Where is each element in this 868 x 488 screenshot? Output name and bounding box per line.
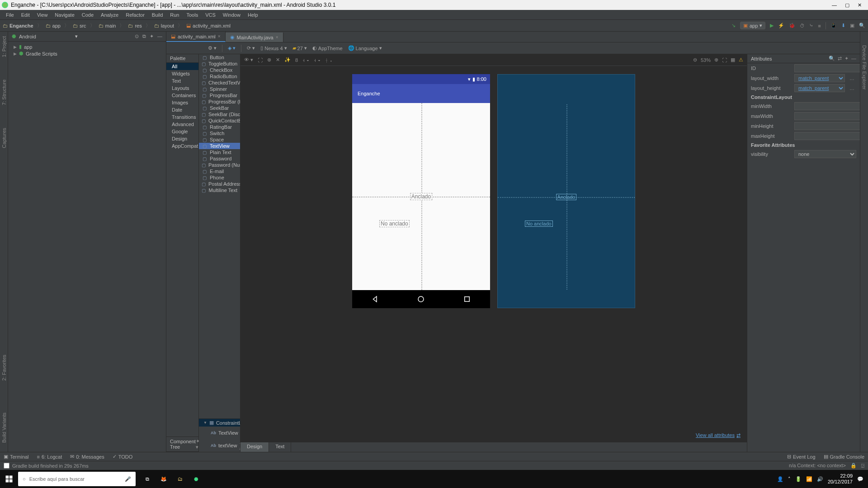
collapse-all-icon[interactable]: ⧉ [142,33,146,39]
design-surface[interactable]: ▾ ▮ 8:00 Enganche Anclado No anclado [241,66,747,442]
palette-category-all[interactable]: All [166,63,198,70]
profile-button[interactable]: ⏱ [800,23,805,28]
device-selector[interactable]: ▯ Nexus 4 ▾ [260,45,287,51]
more-icon[interactable]: … [848,75,856,81]
palette-widget[interactable]: ▢Space [199,136,240,143]
palette-widget[interactable]: ▢RatingBar [199,124,240,130]
menu-view[interactable]: View [34,11,51,19]
attr-width-select[interactable]: match_parent [794,74,845,82]
palette-widget[interactable]: ▢Multiline Text [199,187,240,193]
tool-logcat[interactable]: ≡6: Logcat [37,454,62,460]
palette-category-containers[interactable]: Containers [166,92,198,99]
menu-vcs[interactable]: VCS [202,11,219,19]
project-tree[interactable]: ▶ ▮ app ▶ ⬢ Gradle Scripts [8,42,166,59]
search-everywhere-icon[interactable]: 🔍 [859,23,865,28]
tool-device-explorer[interactable]: Device File Explorer [862,45,867,89]
preview-textview-anclado[interactable]: Anclado [410,193,432,200]
close-window-button[interactable]: ✕ [858,2,862,8]
attr-maxw-input[interactable] [794,112,861,120]
component-tree[interactable]: ▼ ▦ ConstraintLayout Ab TextView - "Ancl… [199,418,240,452]
blueprint-preview[interactable]: Anclado No anclado [497,74,635,308]
palette-widget[interactable]: ▢QuickContactBadge [199,117,240,124]
palette-widget[interactable]: ▢TextView [199,143,240,149]
zoom-out-button[interactable]: ⊖ [693,57,697,63]
palette-category-date[interactable]: Date [166,106,198,113]
align-icon[interactable]: ⫞ ▾ [314,57,321,63]
gear-icon[interactable]: ✦ [844,56,849,61]
crumb-project[interactable]: Enganche [9,23,33,28]
palette-widget[interactable]: ▢CheckBox [199,67,240,73]
surface-icon[interactable]: ◈ ▾ [228,45,236,51]
attr-minh-input[interactable] [794,122,861,130]
run-button[interactable]: ▶ [770,23,774,28]
palette-widget[interactable]: ▢SeekBar (Discrete) [199,111,240,117]
tray-battery-icon[interactable]: 🔋 [795,476,802,482]
tree-child-textview-1[interactable]: Ab TextView - "Anclado" ⚠ [199,427,240,439]
taskbar-firefox[interactable]: 🦊 [156,470,172,488]
make-project-icon[interactable]: ↘ [731,23,736,28]
guideline-icon[interactable]: ⟊ ▾ [325,57,333,63]
lock-icon[interactable]: 🔒 [850,463,857,469]
palette-widget[interactable]: ▢SeekBar [199,105,240,111]
taskbar-android-studio[interactable]: ⬣ [188,470,204,488]
palette-widget[interactable]: ▢Password (Numeric) [199,162,240,168]
attr-id-input[interactable] [794,64,861,72]
attr-visibility-select[interactable]: none [794,150,856,158]
palette-widget[interactable]: ▢ProgressBar (Horizontal) [199,99,240,105]
palette-category-google[interactable]: Google [166,128,198,135]
palette-category-list[interactable]: AllWidgetsTextLayoutsContainersImagesDat… [166,63,198,150]
attr-minw-input[interactable] [794,102,861,110]
taskbar-search[interactable]: ○ Escribe aquí para buscar 🎤 [18,472,136,486]
menu-refactor[interactable]: Refactor [123,11,148,19]
palette-widget[interactable]: ▢Button [199,54,240,61]
apply-changes-icon[interactable]: ⚡ [778,23,784,28]
palette-category-appcompat[interactable]: AppCompat [166,142,198,150]
view-all-attributes-link[interactable]: View all attributes⇄ [696,432,741,438]
crumb-src[interactable]: src [80,23,86,28]
project-view-selector[interactable]: ⬣ Android ▾ [12,33,78,39]
palette-widget[interactable]: ▢ProgressBar [199,92,240,99]
palette-widget[interactable]: ▢Postal Address [199,181,240,187]
crumb-res[interactable]: res [135,23,142,28]
status-checkbox[interactable] [4,463,9,469]
swap-icon[interactable]: ⇄ [838,56,842,61]
taskbar-explorer[interactable]: 🗂 [172,470,188,488]
palette-widget[interactable]: ▢RadioButton [199,73,240,80]
tab-design[interactable]: Design [241,442,269,452]
tool-favorites[interactable]: 2: Favorites [1,355,7,380]
menu-build[interactable]: Build [149,11,166,19]
hide-icon[interactable]: — [157,33,162,39]
tree-root-constraintlayout[interactable]: ▼ ▦ ConstraintLayout [199,419,240,427]
sdk-manager-icon[interactable]: ⬇ [841,23,845,28]
task-view-button[interactable]: ⧉ [139,470,156,488]
pan-mode-icon[interactable]: ⛶ [258,57,263,63]
more-icon[interactable]: … [848,85,856,91]
start-button[interactable] [0,470,18,488]
palette-category-transitions[interactable]: Transitions [166,113,198,121]
preview-textview-noanclado[interactable]: No anclado [379,220,410,227]
tray-up-icon[interactable]: ˄ [788,476,791,482]
gear-icon[interactable]: ✦ [150,33,154,39]
tab-text[interactable]: Text [269,442,291,452]
palette-category-widgets[interactable]: Widgets [166,70,198,77]
tool-event-log[interactable]: ⊟Event Log [787,454,816,460]
menu-tools[interactable]: Tools [183,11,201,19]
tab-activity-main-xml[interactable]: ⬓ activity_main.xml × [166,32,226,42]
tool-project[interactable]: 1: Project [1,36,7,57]
palette-widget[interactable]: ▢Phone [199,174,240,181]
zoom-fit-button[interactable]: ⛶ [722,57,727,63]
tree-node-app[interactable]: ▶ ▮ app [8,43,166,50]
palette-widget[interactable]: ▢Plain Text [199,149,240,155]
palette-widget[interactable]: ▢Password [199,155,240,162]
clear-constraints-icon[interactable]: ✕ [276,57,280,63]
menu-run[interactable]: Run [167,11,182,19]
maximize-button[interactable]: ▢ [845,2,849,8]
select-mode-icon[interactable]: 👁 ▾ [244,57,253,63]
search-icon[interactable]: 🔍 [829,56,835,61]
warnings-icon[interactable]: ⚠ [739,57,743,63]
pack-icon[interactable]: ⫞ ▾ [302,57,309,63]
palette-widget[interactable]: ▢E-mail [199,168,240,174]
palette-widget[interactable]: ▢Spinner [199,86,240,92]
palette-category-advanced[interactable]: Advanced [166,121,198,128]
debug-button[interactable]: 🐞 [789,23,795,28]
